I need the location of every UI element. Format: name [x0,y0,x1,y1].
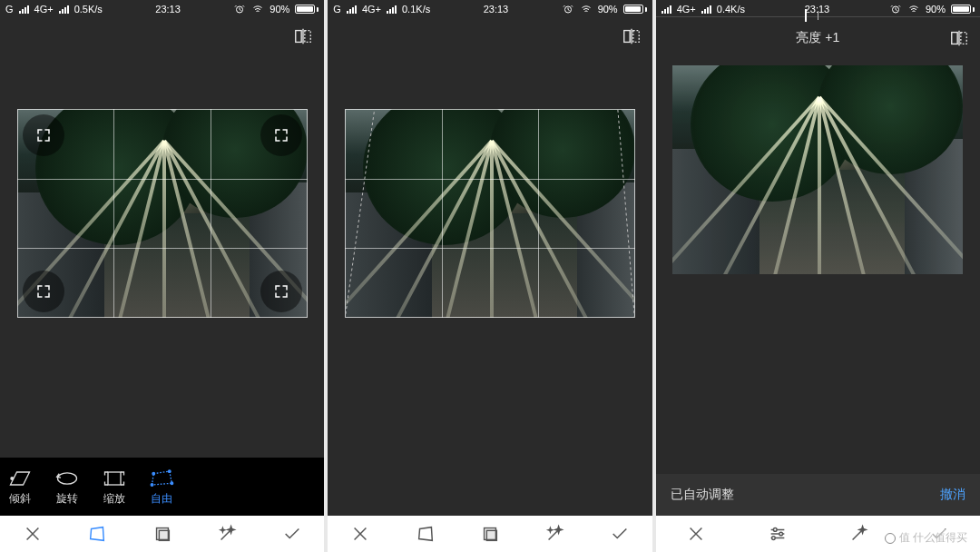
svg-point-6 [168,469,171,472]
close-icon[interactable] [23,524,43,544]
close-icon[interactable] [686,524,706,544]
watermark: 值 什么值得买 [879,529,973,547]
photo-frame[interactable] [17,109,308,318]
status-bar: G 4G+ 0.5K/s 23:13 90% [0,0,324,18]
perspective-outline[interactable] [345,109,635,318]
data-bars-icon [387,5,397,14]
data-bars-icon [701,5,711,14]
signal-bars-icon [347,5,357,14]
mirror-flip-icon[interactable] [293,26,313,46]
svg-point-2 [11,477,14,479]
expand-handle-bl[interactable] [23,271,64,312]
perspective-crop-icon[interactable] [87,524,107,544]
wifi-icon [580,4,593,15]
data-speed: 0.1K/s [402,4,430,15]
alarm-icon [233,4,246,15]
battery-icon [951,5,975,14]
scale-icon [102,468,127,489]
svg-rect-4 [108,472,121,485]
editor-top-bar [0,18,324,54]
transform-free-label: 自由 [151,491,172,507]
alarm-icon [562,4,574,15]
wifi-icon [251,4,264,15]
magic-wand-icon[interactable] [217,524,237,544]
transform-tilt-label: 倾斜 [9,491,31,507]
magic-wand-icon[interactable] [848,524,868,544]
battery-icon [623,5,647,14]
mirror-flip-icon[interactable] [949,28,969,48]
expand-handle-br[interactable] [260,271,302,312]
svg-point-18 [773,528,777,532]
svg-point-3 [58,472,77,483]
adjust-sliders-icon[interactable] [768,524,788,544]
expand-handle-tl[interactable] [23,114,64,156]
svg-rect-12 [623,31,629,43]
crop-icon[interactable] [480,524,500,544]
edit-canvas[interactable] [328,54,652,552]
watermark-text: 值 什么值得买 [899,530,967,546]
bottom-action-bar [328,516,652,552]
crop-icon[interactable] [152,524,172,544]
bottom-action-bar [0,516,324,552]
screenshot-panel-1: G 4G+ 0.5K/s 23:13 90% [0,0,324,552]
carrier-label: G [5,4,14,15]
free-transform-icon [149,468,174,489]
status-bar: G 4G+ 0.1K/s 23:13 90% [328,0,652,18]
mirror-flip-icon[interactable] [622,26,642,46]
svg-point-20 [771,537,775,540]
svg-rect-10 [159,530,169,540]
svg-point-19 [779,532,782,536]
screenshot-panel-2: G 4G+ 0.1K/s 23:13 90% [328,0,652,552]
signal-bars-icon [662,5,671,14]
screenshot-panel-3: 4G+ 0.4K/s 23:13 90% 亮度 +1 [656,0,980,552]
rotate-icon [54,468,80,489]
close-icon[interactable] [350,524,370,544]
photo-frame[interactable] [672,65,963,274]
data-speed: 0.5K/s [74,4,103,15]
svg-point-7 [171,481,173,484]
clock: 23:13 [484,4,509,15]
network-mode: 4G+ [677,4,696,15]
brightness-value-label: 亮度 +1 [796,30,839,46]
confirm-check-icon[interactable] [282,524,302,544]
svg-rect-1 [296,31,301,43]
svg-point-5 [152,472,155,475]
battery-percent: 90% [270,4,289,15]
transform-free-button[interactable]: 自由 [149,468,174,507]
watermark-icon [885,533,896,544]
svg-point-8 [151,483,153,486]
network-mode: 4G+ [362,4,381,15]
confirm-check-icon[interactable] [610,524,630,544]
battery-percent: 90% [926,4,946,15]
tilt-icon [7,468,33,489]
transform-scale-button[interactable]: 缩放 [102,468,127,507]
signal-bars-icon [19,5,29,14]
transform-rotate-button[interactable]: 旋转 [54,468,80,507]
transform-rotate-label: 旋转 [56,491,78,507]
network-mode: 4G+ [34,4,54,15]
svg-rect-17 [952,33,957,44]
transform-tilt-button[interactable]: 倾斜 [7,468,33,507]
expand-handle-tr[interactable] [260,114,302,156]
svg-rect-15 [486,530,496,540]
slider-center-tick [818,11,818,20]
svg-marker-13 [345,109,635,318]
clock: 23:13 [155,4,181,15]
transform-mode-toolbar: 倾斜 旋转 缩放 自由 [0,458,324,516]
alarm-icon [889,4,902,15]
data-speed: 0.4K/s [717,4,745,15]
photo-frame[interactable] [345,109,635,318]
perspective-crop-icon[interactable] [416,524,436,544]
battery-percent: 90% [598,4,618,15]
magic-wand-icon[interactable] [544,524,564,544]
data-bars-icon [59,5,69,14]
editor-top-bar [328,18,652,54]
auto-adjust-message: 已自动调整 [671,487,734,503]
carrier-label: G [333,4,341,15]
battery-icon [295,5,318,14]
undo-button[interactable]: 撤消 [940,487,965,503]
editor-top-bar: 亮度 +1 [656,20,980,56]
transform-scale-label: 缩放 [103,491,125,507]
wifi-icon [907,4,920,15]
auto-adjust-bar: 已自动调整 撤消 [656,474,980,516]
